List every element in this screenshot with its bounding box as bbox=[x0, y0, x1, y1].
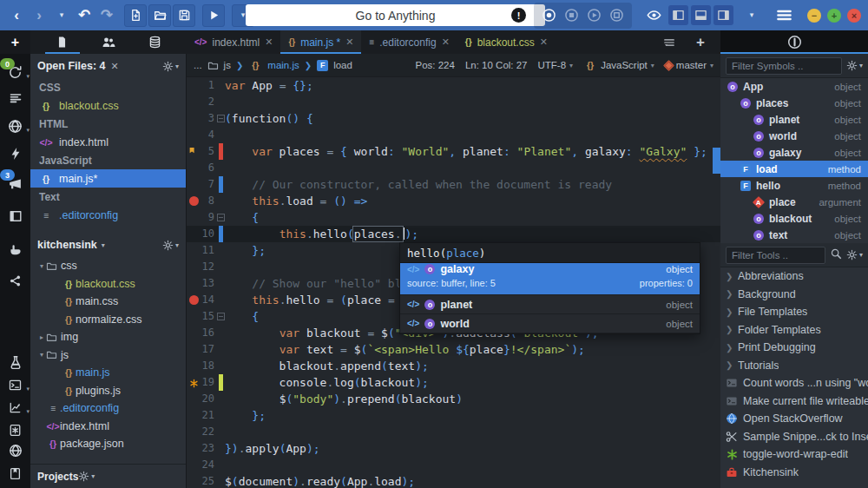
tab-close-icon[interactable]: ✕ bbox=[265, 36, 273, 48]
rail-sync-button[interactable]: ▾0 bbox=[0, 61, 30, 83]
gutter[interactable]: 16 bbox=[187, 325, 225, 341]
rail-panel-button[interactable] bbox=[0, 205, 30, 228]
redo-button[interactable]: ↷ bbox=[96, 5, 117, 26]
sidebar-tab-database[interactable] bbox=[135, 30, 174, 54]
editor-tab-mainjs[interactable]: {}main.js *✕ bbox=[280, 30, 361, 54]
layout-bottom-button[interactable] bbox=[691, 5, 711, 25]
editor-tab-editorconfig[interactable]: ≡.editorconfig✕ bbox=[361, 30, 457, 54]
symbol-item[interactable]: Floadmethod bbox=[720, 161, 868, 177]
code-line[interactable]: 18 blackout.append(text); bbox=[187, 358, 720, 374]
gutter[interactable]: 14 bbox=[187, 292, 225, 308]
tree-file[interactable]: </>index.html bbox=[30, 418, 186, 436]
syntax-alert-icon[interactable]: ! bbox=[511, 8, 526, 23]
tab-close-icon[interactable]: ✕ bbox=[442, 36, 450, 48]
completion-item[interactable]: </>ogalaxyobjectsource: buffer, line: 5p… bbox=[400, 263, 700, 295]
code-line[interactable]: 10 this.hello(places.); bbox=[187, 226, 720, 242]
code-line[interactable]: 19 console.log(blackout); bbox=[187, 374, 720, 391]
gutter[interactable]: 17 bbox=[187, 341, 225, 358]
new-file-button[interactable] bbox=[124, 4, 147, 27]
open-file-item[interactable]: ≡.editorconfig bbox=[30, 206, 186, 224]
main-menu-button[interactable] bbox=[773, 5, 794, 26]
tree-folder[interactable]: ▾js bbox=[30, 346, 186, 365]
tool-item[interactable]: Kitchensink bbox=[720, 464, 868, 482]
tab-close-icon[interactable]: ✕ bbox=[540, 36, 548, 48]
gutter[interactable]: 7 bbox=[187, 176, 225, 193]
open-file-item[interactable]: {}main.js* bbox=[30, 169, 186, 188]
back-button[interactable]: ‹ bbox=[6, 5, 27, 26]
rail-list-lines-button[interactable] bbox=[0, 87, 30, 109]
status-item[interactable]: UTF-8▾ bbox=[538, 60, 574, 70]
tree-file[interactable]: {}blackout.css bbox=[30, 275, 186, 293]
tool-item[interactable]: toggle-word-wrap-edit bbox=[720, 445, 868, 464]
gutter[interactable]: 18 bbox=[187, 358, 225, 374]
code-line[interactable]: 4 bbox=[187, 127, 720, 143]
save-macro-button[interactable] bbox=[608, 5, 625, 26]
rail-flask-button[interactable] bbox=[0, 351, 30, 373]
editor-tab-indexhtml[interactable]: </>index.html✕ bbox=[187, 30, 280, 54]
gutter[interactable]: 8 bbox=[187, 193, 225, 209]
go-to-anything-box[interactable]: ! bbox=[246, 4, 545, 26]
play-circle-button[interactable] bbox=[586, 5, 602, 26]
undo-button[interactable]: ↶ bbox=[74, 5, 95, 26]
tool-group[interactable]: ❯Abbreviations bbox=[720, 267, 868, 286]
sidebar-tab-users[interactable] bbox=[89, 30, 128, 54]
gutter[interactable]: 22 bbox=[187, 424, 225, 440]
open-files-close-icon[interactable]: ✕ bbox=[111, 61, 119, 72]
code-line[interactable]: 7 // Our constructor, called when the do… bbox=[187, 176, 720, 193]
code-line[interactable]: 24 bbox=[187, 457, 720, 473]
rail-globe-button[interactable]: ▾ bbox=[0, 115, 30, 137]
code-line[interactable]: 23}).apply(App); bbox=[187, 440, 720, 457]
gutter[interactable]: 6 bbox=[187, 160, 225, 176]
symbol-item[interactable]: otextobject bbox=[720, 227, 868, 243]
project-gear-button[interactable]: ▾ bbox=[162, 240, 179, 251]
code-line[interactable]: 1var App = {}; bbox=[187, 77, 720, 94]
rail-share-button[interactable] bbox=[0, 269, 30, 292]
tool-group[interactable]: ❯Print Debugging bbox=[720, 339, 868, 357]
zoom-window-button[interactable]: + bbox=[827, 9, 841, 23]
tree-folder[interactable]: ▸img bbox=[30, 328, 186, 346]
gutter[interactable]: 19 bbox=[187, 374, 225, 391]
breadcrumb-item[interactable]: js bbox=[224, 60, 231, 70]
symbol-item[interactable]: oplacesobject bbox=[720, 95, 868, 111]
projects-title[interactable]: Projects bbox=[37, 471, 78, 483]
tree-file[interactable]: {}package.json bbox=[30, 435, 186, 453]
editor-tab-blackoutcss[interactable]: {}blackout.css✕ bbox=[457, 30, 556, 54]
layout-dropdown-button[interactable]: ▾ bbox=[741, 5, 762, 26]
add-tab-button[interactable]: + bbox=[690, 32, 711, 53]
breadcrumb-overflow[interactable]: ... bbox=[194, 60, 202, 70]
code-line[interactable]: 17 var text = $(`<span>Hello ${place}!</… bbox=[187, 341, 720, 358]
gutter[interactable]: 3 bbox=[187, 110, 225, 127]
code-line[interactable]: 2 bbox=[187, 94, 720, 110]
search-icon[interactable] bbox=[830, 247, 842, 262]
tree-file[interactable]: {}plugins.js bbox=[30, 382, 186, 400]
tool-group[interactable]: ❯Folder Templates bbox=[720, 321, 868, 340]
rail-globe2-button[interactable] bbox=[0, 439, 30, 462]
tree-file[interactable]: {}main.css bbox=[30, 293, 186, 311]
filter-tools-input[interactable] bbox=[726, 247, 825, 264]
symbol-item[interactable]: Aplaceargument bbox=[720, 194, 868, 210]
rail-megaphone-button[interactable]: 3 bbox=[0, 172, 30, 195]
forward-button[interactable]: › bbox=[29, 5, 49, 26]
status-item[interactable]: master▾ bbox=[665, 60, 713, 70]
code-line[interactable]: 5 var places = { world: "World", planet:… bbox=[187, 143, 720, 160]
rail-chart-button[interactable]: ▾ bbox=[0, 396, 30, 419]
breakpoint-icon[interactable] bbox=[189, 295, 199, 305]
tool-item[interactable]: Open StackOverflow bbox=[720, 410, 868, 428]
fold-marker[interactable] bbox=[217, 214, 225, 221]
rail-terminal-button[interactable]: ▾ bbox=[0, 373, 30, 396]
code-line[interactable]: 6 bbox=[187, 160, 720, 176]
code-line[interactable]: 8 this.load = () => bbox=[187, 193, 720, 209]
symbol-item[interactable]: oworldobject bbox=[720, 128, 868, 144]
tree-file[interactable]: {}normalize.css bbox=[30, 311, 186, 329]
code-line[interactable]: 22 bbox=[187, 424, 720, 440]
gutter[interactable]: 9 bbox=[187, 209, 225, 226]
tool-group[interactable]: ❯Background bbox=[720, 286, 868, 304]
sidebar-tab-file-doc[interactable] bbox=[43, 30, 82, 54]
go-to-anything-input[interactable] bbox=[246, 3, 545, 27]
tools-gear-button[interactable]: ▾ bbox=[846, 249, 863, 260]
symbol-item[interactable]: oplanetobject bbox=[720, 111, 868, 128]
completion-item[interactable]: </>oplanetobject bbox=[400, 295, 700, 314]
caret-down-button[interactable]: ▾ bbox=[51, 5, 72, 26]
tab-list-button[interactable] bbox=[659, 32, 680, 53]
tree-file[interactable]: {}main.js bbox=[30, 364, 186, 382]
